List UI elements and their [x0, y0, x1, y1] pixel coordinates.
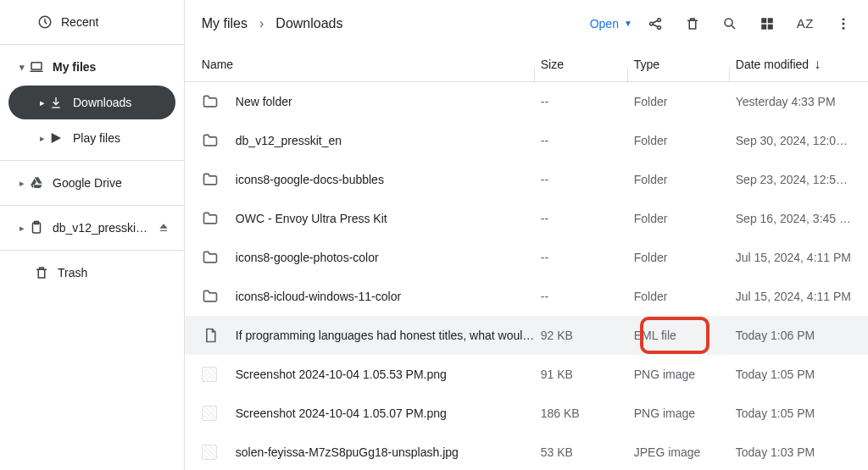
sidebar-separator: [0, 160, 184, 161]
table-row[interactable]: If programming languages had honest titl…: [185, 316, 868, 355]
delete-icon[interactable]: [685, 16, 700, 31]
table-row[interactable]: New folder--FolderYesterday 4:33 PM: [185, 82, 868, 121]
chevron-right-icon: ▸: [36, 97, 49, 108]
search-icon[interactable]: [722, 16, 737, 31]
file-name: If programming languages had honest titl…: [236, 329, 541, 342]
sidebar-item-downloads[interactable]: ▸ Downloads: [8, 86, 175, 119]
share-icon[interactable]: [648, 16, 663, 31]
file-date: Today 1:06 PM: [736, 329, 851, 342]
sidebar-item-label: Trash: [58, 266, 87, 279]
thumbnail-icon: [202, 445, 236, 460]
svg-rect-1: [31, 63, 42, 69]
file-size: 91 KB: [541, 368, 634, 381]
svg-rect-8: [761, 18, 766, 23]
drive-icon: [29, 175, 53, 191]
table-row[interactable]: icons8-icloud-windows-11-color--FolderJu…: [185, 277, 868, 316]
svg-point-13: [843, 22, 845, 25]
file-size: --: [541, 95, 634, 108]
file-list: New folder--FolderYesterday 4:33 PMdb_v1…: [185, 82, 868, 470]
column-header-size[interactable]: Size: [541, 58, 634, 71]
svg-rect-9: [768, 18, 773, 23]
sort-arrow-down-icon: ↓: [814, 57, 821, 72]
eject-icon[interactable]: [157, 221, 170, 235]
svg-rect-11: [768, 25, 773, 30]
folder-icon: [202, 171, 236, 188]
folder-icon: [202, 93, 236, 110]
sidebar-item-label: Downloads: [73, 96, 131, 109]
column-header-type[interactable]: Type: [634, 58, 736, 71]
file-date: Jul 15, 2024, 4:11 PM: [736, 290, 851, 303]
sidebar-item-label: Recent: [61, 15, 98, 29]
sidebar-item-usb[interactable]: ▸ db_v12_presski…: [0, 211, 184, 245]
file-size: --: [541, 212, 634, 225]
table-row[interactable]: OWC - Envoy Ultra Press Kit--FolderSep 1…: [185, 199, 868, 238]
file-date: Today 1:05 PM: [736, 406, 851, 420]
svg-point-7: [725, 19, 732, 26]
file-icon: [202, 327, 236, 344]
chevron-right-icon: ▸: [36, 133, 49, 144]
folder-icon: [202, 132, 236, 149]
topbar: My files › Downloads Open ▼ AZ: [185, 0, 868, 47]
file-type: Folder: [634, 290, 736, 303]
table-row[interactable]: Screenshot 2024-10-04 1.05.53 PM.png91 K…: [185, 355, 868, 394]
breadcrumb-current[interactable]: Downloads: [275, 16, 342, 31]
file-size: --: [541, 134, 634, 147]
sidebar-item-trash[interactable]: Trash: [0, 256, 184, 290]
svg-point-14: [843, 27, 845, 30]
trash-icon: [34, 265, 58, 280]
folder-icon: [202, 288, 236, 305]
file-type: Folder: [634, 173, 736, 186]
sidebar-separator: [0, 250, 184, 251]
file-name: icons8-google-docs-bubbles: [236, 173, 541, 186]
file-type: Folder: [634, 251, 736, 264]
thumbnail-icon: [202, 406, 236, 421]
sidebar-item-google-drive[interactable]: ▸ Google Drive: [0, 166, 184, 200]
folder-icon: [202, 210, 236, 227]
thumbnail-icon: [202, 367, 236, 382]
sidebar-item-label: My files: [53, 60, 96, 74]
table-row[interactable]: solen-feyissa-M7zS8puGg18-unsplash.jpg53…: [185, 433, 868, 470]
sidebar-item-recent[interactable]: Recent: [0, 5, 184, 39]
file-date: Yesterday 4:33 PM: [736, 95, 851, 108]
sidebar-separator: [0, 205, 184, 206]
play-icon: [49, 131, 73, 145]
file-type: Folder: [634, 134, 736, 147]
file-date: Sep 23, 2024, 12:5…: [736, 173, 851, 186]
file-name: icons8-icloud-windows-11-color: [236, 290, 541, 303]
file-size: --: [541, 251, 634, 264]
column-header-date[interactable]: Date modified↓: [736, 57, 851, 72]
recent-icon: [37, 14, 61, 30]
open-button-label: Open: [590, 17, 619, 30]
grid-view-icon[interactable]: [760, 16, 775, 31]
file-size: 53 KB: [541, 445, 634, 459]
breadcrumb: My files › Downloads: [202, 16, 343, 31]
download-icon: [49, 96, 73, 109]
usb-icon: [29, 220, 53, 235]
sidebar-item-play-files[interactable]: ▸ Play files: [0, 121, 184, 155]
table-row[interactable]: Screenshot 2024-10-04 1.05.07 PM.png186 …: [185, 394, 868, 433]
file-name: solen-feyissa-M7zS8puGg18-unsplash.jpg: [236, 445, 541, 459]
file-name: OWC - Envoy Ultra Press Kit: [236, 212, 541, 225]
file-size: 92 KB: [541, 329, 634, 342]
sidebar-item-label: Google Drive: [53, 176, 122, 190]
sort-az-button[interactable]: AZ: [797, 16, 814, 30]
file-size: --: [541, 290, 634, 303]
table-row[interactable]: db_v12_presskit_en--FolderSep 30, 2024, …: [185, 121, 868, 160]
file-type: PNG image: [634, 368, 736, 381]
file-type: PNG image: [634, 406, 736, 420]
sidebar-separator: [0, 44, 184, 45]
table-row[interactable]: icons8-google-photos-color--FolderJul 15…: [185, 238, 868, 277]
file-size: --: [541, 173, 634, 186]
file-name: icons8-google-photos-color: [236, 251, 541, 264]
more-icon[interactable]: [836, 16, 851, 31]
file-date: Sep 16, 2024, 3:45 …: [736, 212, 851, 225]
file-date: Jul 15, 2024, 4:11 PM: [736, 251, 851, 264]
table-row[interactable]: icons8-google-docs-bubbles--FolderSep 23…: [185, 160, 868, 199]
file-date: Today 1:03 PM: [736, 445, 851, 459]
column-header-name[interactable]: Name: [202, 58, 541, 71]
file-type: EML file: [634, 329, 736, 342]
laptop-icon: [29, 59, 53, 75]
sidebar-item-my-files[interactable]: ▾ My files: [0, 50, 184, 84]
breadcrumb-root[interactable]: My files: [202, 16, 248, 31]
open-button[interactable]: Open ▼: [590, 17, 632, 30]
